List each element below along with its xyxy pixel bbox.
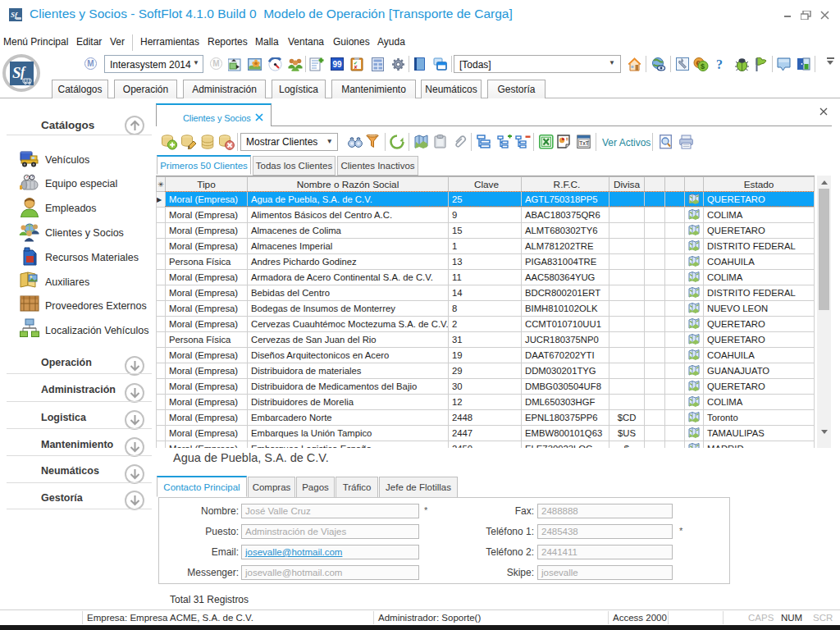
svg-text:$: $: [701, 62, 705, 71]
svg-text:TxT: TxT: [579, 140, 589, 146]
svg-text:S: S: [12, 64, 21, 81]
svg-text:✘: ✘: [354, 65, 358, 70]
